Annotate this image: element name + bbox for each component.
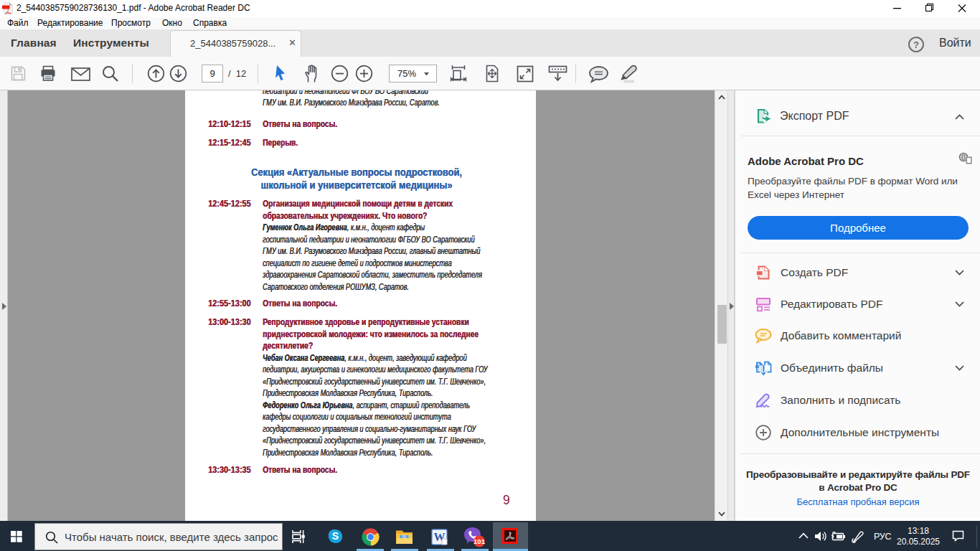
svg-text:S: S [332, 530, 339, 542]
svg-text:101: 101 [473, 537, 486, 545]
